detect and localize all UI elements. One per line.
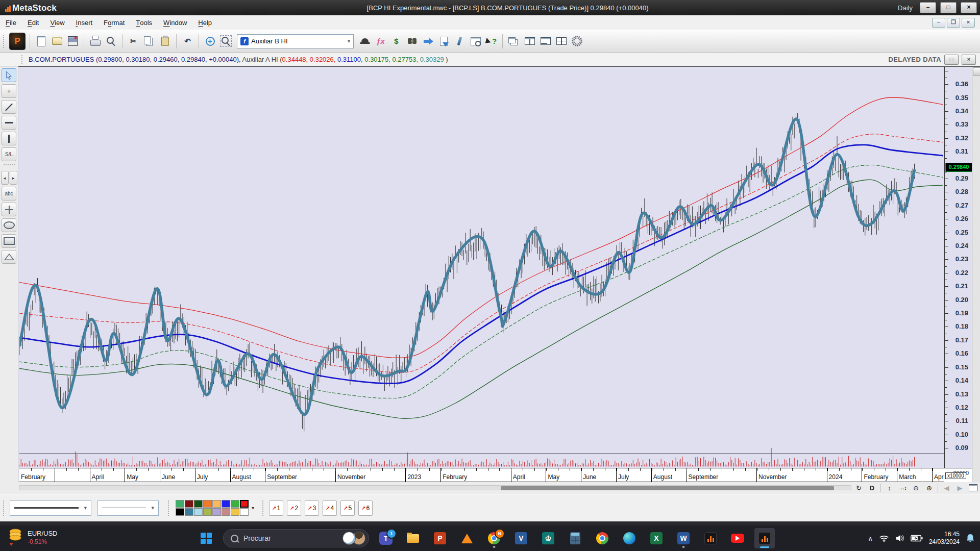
vlc-button[interactable] <box>457 528 477 548</box>
color-swatch[interactable] <box>212 500 221 508</box>
zoom-icon[interactable] <box>104 34 118 48</box>
tray-chevron-icon[interactable]: ∧ <box>868 535 873 542</box>
wifi-icon[interactable] <box>879 534 889 542</box>
downloader-icon[interactable] <box>437 34 451 48</box>
excel-button[interactable]: X <box>646 528 667 548</box>
menu-help[interactable]: Help <box>192 15 217 30</box>
chrome-button[interactable] <box>592 528 612 548</box>
scrollbar-thumb[interactable] <box>501 486 834 490</box>
scroll-left-button[interactable]: ◀ <box>941 483 952 492</box>
visio-button[interactable]: V <box>511 528 531 548</box>
trendline-tool[interactable] <box>2 100 16 114</box>
menu-window[interactable]: Window <box>158 15 192 30</box>
price-chart[interactable] <box>19 67 944 468</box>
vertical-scrollbar[interactable] <box>972 67 980 482</box>
chess-button[interactable]: ♔ <box>538 528 558 548</box>
line-style-dropdown[interactable]: ▾ <box>10 500 91 516</box>
copy-icon[interactable] <box>142 34 156 48</box>
word-button[interactable]: W <box>673 528 694 548</box>
clock[interactable]: 16:45 24/03/2024 <box>929 531 960 546</box>
youtube-button[interactable] <box>727 528 748 548</box>
zoom-out-button[interactable]: ⊖ <box>910 483 922 492</box>
chart-wizard-icon[interactable] <box>469 34 482 48</box>
color-swatch[interactable] <box>212 508 221 516</box>
trendline-preset-2-button[interactable]: ↗2 <box>287 500 301 516</box>
pointer-tool[interactable] <box>2 68 16 82</box>
color-swatch[interactable] <box>231 500 239 508</box>
powerpoint-button[interactable]: P <box>430 528 450 548</box>
new-chart-icon[interactable] <box>34 34 48 48</box>
save-icon[interactable] <box>66 34 80 48</box>
child-minimize-button[interactable]: – <box>932 18 945 28</box>
options-gear-icon[interactable] <box>570 34 584 48</box>
zoom-in-button[interactable]: ⊕ <box>923 483 935 492</box>
periodicity-daily-button[interactable]: D <box>866 483 878 492</box>
refresh-button[interactable]: ↻ <box>853 483 865 492</box>
taskbar-search[interactable]: Procurar <box>223 529 369 547</box>
color-swatch[interactable] <box>222 500 230 508</box>
teams-button[interactable]: T 1 <box>376 528 396 548</box>
crosshair-pointer-tool[interactable]: + <box>2 84 16 98</box>
undo-icon[interactable]: ↶ <box>181 34 194 48</box>
trendline-preset-3-button[interactable]: ↗3 <box>305 500 319 516</box>
volume-icon[interactable] <box>895 534 904 542</box>
cut-icon[interactable]: ✂ <box>127 34 140 48</box>
tile-windows-icon[interactable] <box>554 34 568 48</box>
crosshair-tool-icon[interactable]: + <box>203 34 217 48</box>
color-swatch[interactable] <box>194 508 203 516</box>
chart-layout-icon[interactable] <box>538 34 552 48</box>
color-swatch[interactable] <box>240 500 249 508</box>
system-tester-icon[interactable]: $ <box>389 34 403 48</box>
move-chart-button[interactable]: ↔↕ <box>897 483 909 492</box>
zoom-area-icon[interactable] <box>219 34 233 48</box>
color-swatch[interactable] <box>185 508 193 516</box>
battery-icon[interactable] <box>911 535 923 542</box>
color-swatch[interactable] <box>203 508 212 516</box>
color-swatch[interactable] <box>231 508 239 516</box>
trendline-preset-6-button[interactable]: ↗6 <box>358 500 373 516</box>
zoom-vertical-button[interactable]: ↕ <box>884 483 895 492</box>
metastock-button[interactable] <box>700 528 721 548</box>
expert-advisor-icon[interactable] <box>358 34 372 48</box>
calculator-button[interactable] <box>565 528 585 548</box>
edge-button[interactable] <box>619 528 640 548</box>
color-swatch[interactable] <box>194 500 203 508</box>
scroll-right-tool[interactable]: ▸ <box>10 171 17 185</box>
color-swatch[interactable] <box>203 500 212 508</box>
print-icon[interactable] <box>88 34 102 48</box>
scroll-left-tool[interactable]: ◂ <box>1 171 9 185</box>
grid-tool[interactable] <box>2 203 16 216</box>
close-button[interactable]: × <box>961 2 977 13</box>
paste-icon[interactable] <box>158 34 172 48</box>
horizontal-scrollbar[interactable] <box>19 485 851 490</box>
chrome-profile-button[interactable]: N <box>484 528 504 548</box>
text-tool[interactable]: abc <box>2 187 16 201</box>
power-console-button[interactable]: P <box>9 33 26 50</box>
triangle-tool[interactable] <box>2 250 16 264</box>
scroll-right-button[interactable]: ▶ <box>954 483 966 492</box>
forecaster-icon[interactable] <box>421 34 435 48</box>
child-close-button[interactable]: × <box>962 18 975 28</box>
trendline-preset-5-button[interactable]: ↗5 <box>340 500 355 516</box>
chart-close-button[interactable]: × <box>962 55 976 65</box>
color-swatch[interactable] <box>222 508 230 516</box>
data-window-button[interactable] <box>967 483 979 492</box>
explorer-icon[interactable] <box>405 34 419 48</box>
color-swatch[interactable] <box>176 500 184 508</box>
ellipse-tool[interactable] <box>2 218 16 232</box>
trendline-preset-4-button[interactable]: ↗4 <box>323 500 337 516</box>
menu-file[interactable]: File <box>0 15 22 30</box>
vertical-line-tool[interactable] <box>2 132 16 145</box>
line-weight-dropdown[interactable]: ▾ <box>97 500 159 516</box>
file-explorer-button[interactable] <box>403 528 423 548</box>
market-widget[interactable]: EUR/USD -0,51% <box>7 528 58 547</box>
menu-view[interactable]: View <box>44 15 70 30</box>
maximize-button[interactable]: □ <box>940 2 957 13</box>
menu-tools[interactable]: Tools <box>130 15 158 30</box>
search-highlights[interactable] <box>342 532 365 545</box>
chart-area[interactable]: 0.360.350.340.330.320.310.290.280.270.26… <box>18 66 980 482</box>
indicator-dropdown[interactable]: fAuxiliar B HI▾ <box>237 34 354 48</box>
highlighter-icon[interactable] <box>453 34 467 48</box>
horizontal-line-tool[interactable] <box>2 116 16 130</box>
metastock-active-button[interactable] <box>754 528 775 548</box>
